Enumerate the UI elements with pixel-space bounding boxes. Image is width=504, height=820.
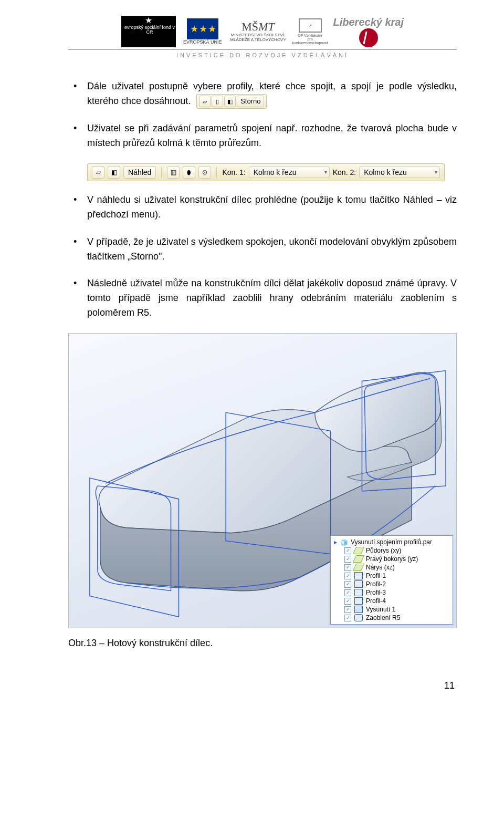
profile-icon-2[interactable]: ▯ — [212, 96, 223, 107]
checkbox-icon[interactable]: ✓ — [344, 573, 351, 579]
logo-esf: ★evropský sociální fond v ČR — [121, 16, 176, 47]
checkbox-icon[interactable]: ✓ — [344, 564, 351, 571]
logo-esf-text: evropský sociální fond v ČR — [123, 25, 176, 36]
tool-icon-4[interactable]: ⬮ — [183, 166, 195, 179]
tree-item-vysunuti[interactable]: ✓ Vysunutí 1 — [334, 605, 449, 614]
tree-item-label: Pravý bokorys (yz) — [366, 555, 418, 563]
tool-icon-5[interactable]: ⊙ — [198, 166, 211, 179]
tree-root-label: Vysunutí spojením profilů.par — [351, 538, 432, 546]
checkbox-icon[interactable]: ✓ — [344, 598, 351, 605]
header-divider — [68, 49, 457, 50]
tree-item-bokorys[interactable]: ✓ Pravý bokorys (yz) — [334, 555, 449, 563]
tree-item-label: Profil-2 — [366, 580, 386, 588]
tree-item-label: Profil-1 — [366, 572, 386, 579]
profile-icon-1[interactable]: ▱ — [199, 96, 211, 107]
logo-msmt: MŠMT MINISTERSTVO ŠKOLSTVÍ, MLÁDEŽE A TĚ… — [229, 18, 287, 45]
kon1-dropdown[interactable]: Kolmo k řezu ▾ — [249, 167, 330, 178]
tree-item-label: Nárys (xz) — [366, 564, 395, 571]
bullet-5: Následně uživatel může na konstrukčním d… — [68, 276, 457, 320]
bullet-1: Dále uživatel postupně vybere profily, k… — [68, 79, 457, 109]
sketch-icon — [354, 589, 363, 596]
sketch-icon — [354, 572, 363, 579]
logo-op-text1: OP Vzdělávání — [298, 34, 322, 37]
logo-op-text2: pro konkurenceschopnost — [292, 37, 328, 45]
bullet-2-text: Uživatel se při zadávání parametrů spoje… — [87, 123, 457, 148]
logo-eu-text: EVROPSKÁ UNIE — [183, 39, 222, 45]
fillet-icon — [354, 614, 363, 621]
tree-item-label: Zaoblení R5 — [366, 614, 400, 621]
extrude-icon — [354, 606, 363, 613]
bullet-3: V náhledu si uživatel konstrukční dílec … — [68, 193, 457, 222]
checkbox-icon[interactable]: ✓ — [344, 556, 351, 563]
tree-item-zaobleni[interactable]: ✓ Zaoblení R5 — [334, 614, 449, 622]
page-number: 11 — [68, 680, 457, 691]
plane-icon — [353, 564, 365, 571]
logo-lk-text: Liberecký kraj — [333, 16, 404, 28]
tree-item-label: Vysunutí 1 — [366, 606, 395, 613]
plane-icon — [353, 547, 365, 554]
bullet-2: Uživatel se při zadávání parametrů spoje… — [68, 121, 457, 151]
logo-msmt-text: MINISTERSTVO ŠKOLSTVÍ, MLÁDEŽE A TĚLOVÝC… — [229, 33, 287, 43]
tree-item-profil2[interactable]: ✓ Profil-2 — [334, 580, 449, 588]
kon2-value: Kolmo k řezu — [364, 168, 407, 177]
chevron-down-icon: ▾ — [324, 169, 327, 175]
checkbox-icon[interactable]: ✓ — [344, 581, 351, 588]
tree-item-profil4[interactable]: ✓ Profil-4 — [334, 597, 449, 605]
part-icon: 🧊 — [340, 539, 348, 545]
tree-item-label: Profil-3 — [366, 589, 386, 596]
body-bullet-list: Dále uživatel postupně vybere profily, k… — [68, 79, 457, 151]
storno-button[interactable]: Storno — [237, 96, 264, 107]
nahled-button[interactable]: Náhled — [123, 166, 156, 179]
kon1-value: Kolmo k řezu — [254, 168, 297, 177]
tree-item-profil1[interactable]: ✓ Profil-1 — [334, 572, 449, 580]
sketch-icon — [354, 580, 363, 588]
header-logo-row: ★evropský sociální fond v ČR ★ ★ ★ EVROP… — [68, 16, 457, 47]
checkbox-icon[interactable]: ✓ — [344, 615, 351, 621]
toolbar-separator-1 — [161, 167, 162, 178]
kon2-dropdown[interactable]: Kolmo k řezu ▾ — [359, 167, 440, 178]
toolbar-section-params: ▱ ◧ Náhled ▥ ⬮ ⊙ Kon. 1: Kolmo k řezu ▾ … — [87, 163, 445, 181]
inline-toolbar-profiles: ▱ ▯ ◧ Storno — [196, 94, 267, 109]
tree-item-label: Profil-4 — [366, 597, 386, 605]
kon2-label: Kon. 2: — [333, 168, 356, 177]
tool-icon-2[interactable]: ◧ — [108, 166, 120, 179]
tree-item-narys[interactable]: ✓ Nárys (xz) — [334, 563, 449, 572]
chevron-down-icon: ▾ — [435, 169, 437, 175]
sketch-icon — [354, 597, 363, 605]
tool-icon-3[interactable]: ▥ — [167, 166, 180, 179]
checkbox-icon[interactable]: ✓ — [344, 606, 351, 613]
logo-liberecky-kraj: Liberecký kraj — [333, 16, 404, 47]
body-bullet-list-2: V náhledu si uživatel konstrukční dílec … — [68, 193, 457, 320]
feature-tree-panel: ▸ 🧊 Vysunutí spojením profilů.par ✓ Půdo… — [330, 535, 453, 625]
figure-caption: Obr.13 – Hotový konstrukční dílec. — [68, 638, 457, 649]
tool-icon-1[interactable]: ▱ — [92, 166, 104, 179]
bullet-1-text: Dále uživatel postupně vybere profily, k… — [87, 81, 457, 106]
bullet-4: V případě, že je uživatel s výsledkem sp… — [68, 235, 457, 264]
tree-item-label: Půdorys (xy) — [366, 547, 401, 554]
checkbox-icon[interactable]: ✓ — [344, 547, 351, 554]
cad-screenshot: ▸ 🧊 Vysunutí spojením profilů.par ✓ Půdo… — [68, 333, 457, 628]
profile-icon-3[interactable]: ◧ — [224, 96, 236, 107]
plane-icon — [353, 555, 365, 563]
toolbar-separator-2 — [216, 167, 217, 178]
logo-op: ↗ OP Vzdělávání pro konkurenceschopnost — [295, 18, 326, 45]
header-tagline: INVESTICE DO ROZVOJE VZDĚLÁVÁNÍ — [68, 52, 457, 58]
tree-item-pudorys[interactable]: ✓ Půdorys (xy) — [334, 546, 449, 555]
tree-root[interactable]: ▸ 🧊 Vysunutí spojením profilů.par — [334, 538, 449, 546]
kon1-label: Kon. 1: — [222, 168, 245, 177]
checkbox-icon[interactable]: ✓ — [344, 589, 351, 596]
logo-eu: ★ ★ ★ EVROPSKÁ UNIE — [183, 18, 222, 45]
tree-item-profil3[interactable]: ✓ Profil-3 — [334, 588, 449, 597]
